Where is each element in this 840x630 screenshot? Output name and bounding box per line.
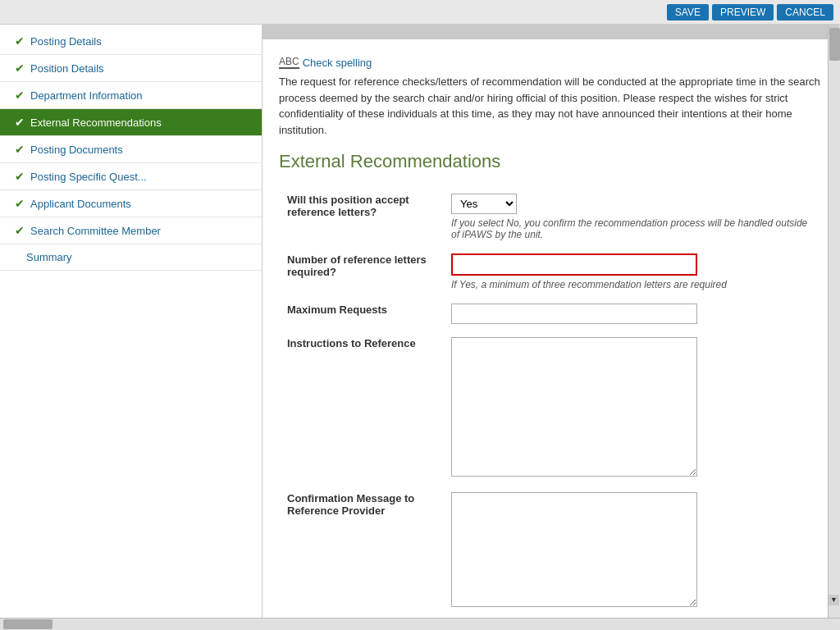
form-row-confirmation-message: Confirmation Message to Reference Provid… — [279, 486, 824, 616]
sidebar-item-position-details[interactable]: ✔Position Details — [0, 55, 262, 82]
form-table: Will this position accept reference lett… — [279, 187, 824, 616]
check-icon: ✔ — [15, 197, 25, 210]
sidebar-item-label: Posting Specific Quest... — [30, 171, 147, 183]
vertical-scrollbar[interactable]: ▲ ▼ — [828, 25, 840, 618]
sidebar-item-posting-specific-quest[interactable]: ✔Posting Specific Quest... — [0, 163, 262, 190]
sidebar-item-external-recommendations[interactable]: ✔External Recommendations — [0, 109, 262, 136]
check-icon: ✔ — [15, 170, 25, 183]
form-label-maximum-requests: Maximum Requests — [279, 297, 443, 331]
spellcheck-icon: ABC — [279, 56, 299, 69]
form-row-instructions-to-reference: Instructions to Reference — [279, 331, 824, 486]
check-icon: ✔ — [15, 62, 25, 75]
app-wrapper: SAVE PREVIEW CANCEL ✔Posting Details✔Pos… — [0, 0, 840, 630]
scroll-h-thumb[interactable] — [3, 619, 52, 629]
sidebar-item-posting-documents[interactable]: ✔Posting Documents — [0, 136, 262, 163]
spellcheck-link[interactable]: Check spelling — [303, 57, 372, 69]
save-button[interactable]: SAVE — [667, 4, 709, 21]
cancel-button[interactable]: CANCEL — [777, 4, 833, 21]
hint-num-reference-letters: If Yes, a minimum of three recommendatio… — [451, 279, 815, 290]
sidebar-item-department-information[interactable]: ✔Department Information — [0, 82, 262, 109]
sidebar-item-applicant-documents[interactable]: ✔Applicant Documents — [0, 190, 262, 217]
top-bar: SAVE PREVIEW CANCEL — [0, 0, 840, 25]
check-icon: ✔ — [15, 89, 25, 102]
form-field-instructions-to-reference — [443, 331, 824, 486]
main-layout: ✔Posting Details✔Position Details✔Depart… — [0, 25, 840, 618]
preview-button[interactable]: PREVIEW — [712, 4, 774, 21]
content-area: ABC Check spelling The request for refer… — [262, 25, 840, 618]
progress-bar — [262, 25, 840, 39]
textarea-confirmation-message[interactable] — [451, 492, 697, 607]
form-field-maximum-requests — [443, 297, 824, 331]
check-icon: ✔ — [15, 116, 25, 129]
content-inner: ABC Check spelling The request for refer… — [262, 48, 840, 618]
form-row-maximum-requests: Maximum Requests — [279, 297, 824, 331]
check-icon: ✔ — [15, 143, 25, 156]
sidebar-item-label: Position Details — [30, 62, 104, 75]
sidebar-item-label: Applicant Documents — [30, 198, 131, 210]
scroll-down-arrow[interactable]: ▼ — [829, 595, 839, 605]
form-label-reference-letters: Will this position accept reference lett… — [279, 187, 443, 247]
form-row-num-reference-letters: Number of reference letters required?If … — [279, 247, 824, 297]
form-label-instructions-to-reference: Instructions to Reference — [279, 331, 443, 486]
sidebar-item-label: Summary — [26, 251, 72, 263]
form-label-num-reference-letters: Number of reference letters required? — [279, 247, 443, 297]
check-icon: ✔ — [15, 224, 25, 237]
section-heading: External Recommendations — [279, 151, 824, 172]
sidebar-item-posting-details[interactable]: ✔Posting Details — [0, 28, 262, 55]
form-label-confirmation-message: Confirmation Message to Reference Provid… — [279, 486, 443, 616]
input-num-reference-letters[interactable] — [451, 253, 697, 276]
hint-reference-letters: If you select No, you confirm the recomm… — [451, 217, 815, 240]
sidebar-item-label: Posting Documents — [30, 144, 123, 156]
check-icon: ✔ — [15, 34, 25, 48]
form-row-reference-letters: Will this position accept reference lett… — [279, 187, 824, 247]
form-field-confirmation-message — [443, 486, 824, 616]
horizontal-scrollbar[interactable] — [0, 618, 840, 630]
sidebar-item-label: Department Information — [30, 89, 143, 102]
form-field-reference-letters: YesNoIf you select No, you confirm the r… — [443, 187, 824, 247]
spellcheck-row: ABC Check spelling — [279, 56, 824, 69]
sidebar: ✔Posting Details✔Position Details✔Depart… — [0, 25, 262, 618]
sidebar-item-summary[interactable]: Summary — [0, 244, 262, 271]
sidebar-item-label: External Recommendations — [30, 116, 162, 129]
input-maximum-requests[interactable] — [451, 304, 697, 324]
select-reference-letters[interactable]: YesNo — [451, 194, 517, 214]
sidebar-item-search-committee-member[interactable]: ✔Search Committee Member — [0, 217, 262, 244]
sidebar-item-label: Posting Details — [30, 35, 102, 48]
sidebar-item-label: Search Committee Member — [30, 225, 161, 237]
form-field-num-reference-letters: If Yes, a minimum of three recommendatio… — [443, 247, 824, 297]
intro-text: The request for reference checks/letters… — [279, 74, 824, 138]
scroll-thumb[interactable] — [829, 28, 840, 61]
textarea-instructions-to-reference[interactable] — [451, 337, 697, 477]
